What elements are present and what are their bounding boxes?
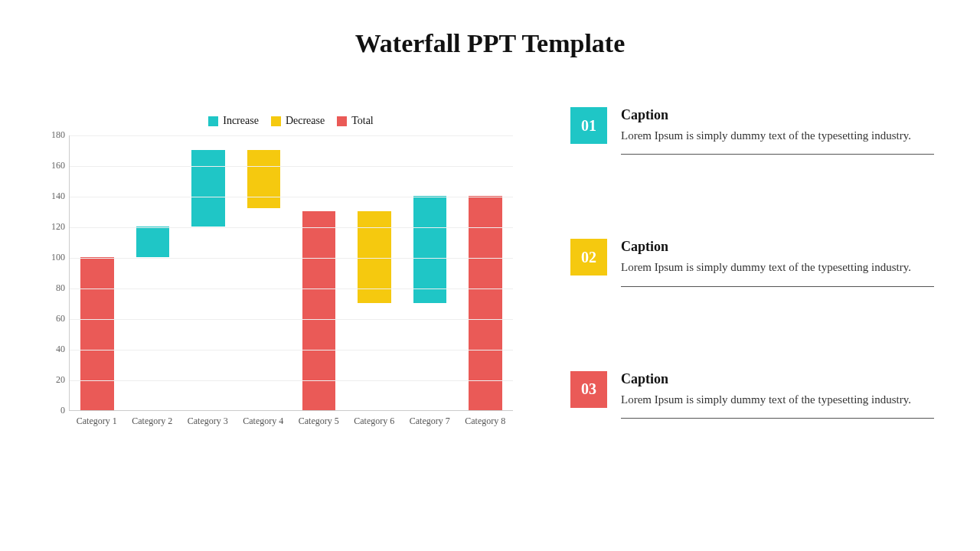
- y-tick-label: 20: [56, 373, 70, 385]
- y-tick-label: 120: [51, 220, 70, 232]
- caption-text: Lorem Ipsum is simply dummy text of the …: [621, 259, 934, 275]
- gridline: [70, 166, 513, 167]
- caption-body: CaptionLorem Ipsum is simply dummy text …: [621, 107, 934, 155]
- y-tick-label: 100: [51, 251, 70, 262]
- caption-title: Caption: [621, 107, 934, 123]
- caption-list: 01CaptionLorem Ipsum is simply dummy tex…: [570, 107, 934, 419]
- total-swatch: [337, 116, 347, 126]
- gridline: [70, 289, 513, 289]
- bar-total: [469, 196, 501, 409]
- bar-decrease: [247, 150, 280, 208]
- caption-title: Caption: [621, 371, 934, 387]
- y-tick-label: 40: [56, 343, 70, 354]
- bar-column: [292, 135, 347, 410]
- x-tick-label: Category 1: [77, 416, 117, 427]
- caption-text: Lorem Ipsum is simply dummy text of the …: [621, 128, 934, 143]
- gridline: [70, 227, 513, 228]
- legend-item: Decrease: [271, 115, 325, 127]
- legend-item: Increase: [208, 115, 259, 127]
- bar-column: [70, 135, 125, 410]
- gridline: [70, 350, 513, 350]
- legend-label: Decrease: [286, 115, 325, 127]
- caption-badge: 03: [570, 371, 607, 408]
- bar-increase: [136, 227, 169, 257]
- bar-column: [347, 135, 402, 410]
- x-tick-label: Category 5: [299, 416, 339, 427]
- y-tick-label: 60: [56, 312, 70, 324]
- caption-body: CaptionLorem Ipsum is simply dummy text …: [621, 239, 934, 286]
- caption-row: 01CaptionLorem Ipsum is simply dummy tex…: [570, 107, 934, 155]
- bar-increase: [191, 150, 224, 227]
- y-tick-label: 180: [51, 129, 70, 140]
- waterfall-chart: IncreaseDecreaseTotal 020406080100120140…: [69, 115, 513, 452]
- caption-title: Caption: [621, 239, 934, 255]
- page-title: Waterfall PPT Template: [0, 29, 980, 58]
- decrease-swatch: [271, 116, 281, 126]
- bar-column: [181, 135, 236, 410]
- gridline: [70, 319, 513, 320]
- legend-item: Total: [337, 115, 374, 127]
- caption-body: CaptionLorem Ipsum is simply dummy text …: [621, 371, 934, 419]
- x-tick-label: Category 2: [132, 416, 172, 427]
- x-tick-label: Category 7: [410, 416, 450, 427]
- bar-column: [458, 135, 513, 410]
- legend-label: Total: [351, 115, 374, 127]
- increase-swatch: [208, 116, 218, 126]
- caption-badge: 01: [570, 107, 607, 144]
- y-tick-label: 140: [51, 190, 70, 201]
- legend-label: Increase: [223, 115, 259, 127]
- legend: IncreaseDecreaseTotal: [69, 115, 513, 129]
- gridline: [70, 258, 513, 259]
- x-tick-label: Category 8: [465, 416, 505, 427]
- slide: Waterfall PPT Template IncreaseDecreaseT…: [0, 0, 980, 551]
- x-axis-labels: Category 1Category 2Category 3Category 4…: [69, 411, 513, 426]
- x-tick-label: Category 6: [354, 416, 394, 427]
- plot-area: 020406080100120140160180: [69, 135, 513, 411]
- y-tick-label: 80: [56, 282, 70, 293]
- gridline: [70, 380, 513, 381]
- caption-text: Lorem Ipsum is simply dummy text of the …: [621, 392, 934, 407]
- caption-row: 03CaptionLorem Ipsum is simply dummy tex…: [570, 371, 934, 419]
- gridline: [70, 135, 513, 136]
- gridline: [70, 197, 513, 197]
- bar-column: [402, 135, 457, 410]
- bar-total: [80, 257, 113, 409]
- bar-column: [125, 135, 180, 410]
- x-tick-label: Category 4: [243, 416, 283, 427]
- caption-badge: 02: [570, 239, 607, 276]
- caption-row: 02CaptionLorem Ipsum is simply dummy tex…: [570, 239, 934, 286]
- bar-column: [236, 135, 291, 410]
- y-tick-label: 160: [51, 159, 70, 171]
- bar-increase: [413, 196, 446, 303]
- x-tick-label: Category 3: [188, 416, 228, 427]
- bars-layer: [70, 135, 513, 410]
